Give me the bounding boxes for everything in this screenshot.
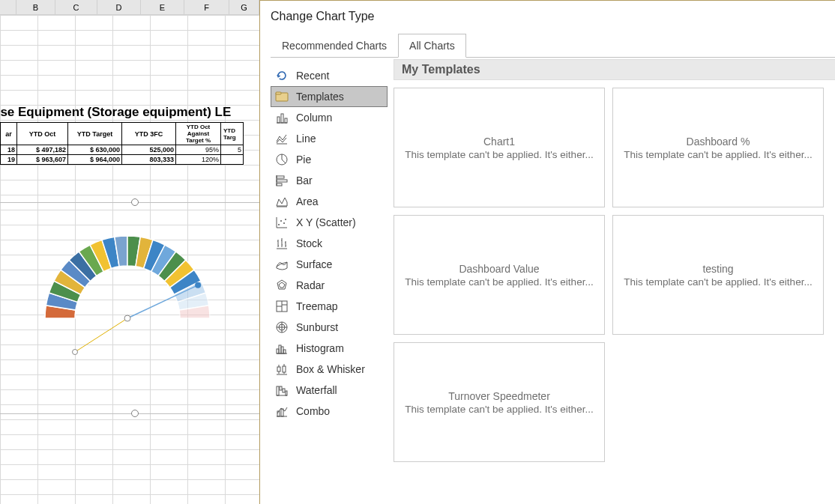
change-chart-type-dialog: Change Chart Type Recommended Charts All…: [259, 0, 835, 504]
chart-type-scatter[interactable]: X Y (Scatter): [271, 212, 388, 233]
chart-type-label: Column: [296, 112, 332, 124]
svg-rect-8: [281, 114, 283, 123]
templates-heading: My Templates: [394, 59, 835, 80]
col-header: G: [229, 0, 259, 15]
chart-type-label: Line: [296, 133, 316, 145]
chart-type-recent[interactable]: Recent: [271, 65, 388, 86]
chart-type-label: Box & Whisker: [296, 363, 365, 375]
chart-type-label: Histogram: [296, 342, 344, 354]
data-table: ar YTD Oct YTD Target YTD 3FC YTD Oct Ag…: [0, 122, 244, 165]
table-row: 19 $ 963,607 $ 964,000 803,333 120%: [1, 155, 244, 165]
template-message: This template can't be applied. It's eit…: [616, 276, 820, 288]
template-tile[interactable]: testingThis template can't be applied. I…: [612, 215, 824, 335]
tab-recommended-charts[interactable]: Recommended Charts: [271, 34, 398, 57]
chart-type-label: Stock: [296, 237, 322, 249]
chart-type-combo[interactable]: Combo: [271, 401, 388, 422]
template-tile[interactable]: Turnover SpeedmeterThis template can't b…: [394, 342, 605, 462]
svg-rect-27: [277, 367, 280, 371]
worksheet-title-fragment: use Equipment (Storage equipment) LE: [0, 105, 259, 123]
chart-type-line[interactable]: Line: [271, 128, 388, 149]
svg-rect-29: [277, 386, 279, 395]
chart-type-stock[interactable]: Stock: [271, 233, 388, 254]
template-name: Dashboard Value: [459, 263, 539, 275]
template-name: testing: [702, 263, 733, 275]
chart-type-label: Templates: [296, 91, 344, 103]
svg-point-1: [195, 282, 201, 288]
chart-type-label: Treemap: [296, 300, 338, 312]
dialog-tabs: Recommended Charts All Charts: [271, 34, 835, 58]
sunburst-icon: [275, 321, 289, 334]
svg-line-2: [75, 318, 127, 352]
template-tile[interactable]: Dashboard ValueThis template can't be ap…: [394, 215, 605, 335]
table-header: YTD Oct: [17, 123, 68, 145]
chart-type-label: Bar: [296, 174, 313, 186]
area-icon: [275, 195, 289, 208]
chart-type-radar[interactable]: Radar: [271, 275, 388, 296]
chart-type-treemap[interactable]: Treemap: [271, 296, 388, 317]
svg-rect-13: [277, 183, 282, 186]
selection-handle[interactable]: [131, 410, 139, 417]
stock-icon: [275, 237, 289, 250]
embedded-chart[interactable]: [0, 195, 259, 419]
chart-type-templates[interactable]: Templates: [271, 86, 388, 107]
svg-rect-7: [277, 117, 280, 123]
svg-point-4: [124, 315, 130, 321]
template-message: This template can't be applied. It's eit…: [397, 149, 601, 160]
boxwhisk-icon: [275, 362, 289, 376]
chart-type-pie[interactable]: Pie: [271, 149, 388, 170]
chart-type-label: Combo: [296, 405, 330, 417]
svg-point-14: [278, 224, 280, 225]
svg-point-16: [283, 222, 285, 224]
template-name: Turnover Speedmeter: [448, 390, 550, 402]
gauge-chart: [15, 210, 240, 359]
chart-type-list: RecentTemplatesColumnLinePieBarAreaX Y (…: [271, 59, 388, 504]
chart-type-sunburst[interactable]: Sunburst: [271, 317, 388, 338]
chart-type-waterfall[interactable]: Waterfall: [271, 380, 388, 401]
col-header: C: [55, 0, 97, 15]
table-header: YTD Targ: [221, 123, 244, 145]
template-tile[interactable]: Dashboard %This template can't be applie…: [612, 88, 824, 207]
template-message: This template can't be applied. It's eit…: [616, 149, 820, 160]
templates-icon: [275, 90, 289, 103]
chart-type-label: Sunburst: [296, 321, 338, 333]
chart-type-label: Recent: [296, 70, 329, 82]
radar-icon: [275, 279, 289, 292]
chart-type-bar[interactable]: Bar: [271, 170, 388, 191]
table-header: YTD Oct Against Target %: [176, 123, 221, 145]
spreadsheet-area: B C D E F G use Equipment (Storage equip…: [0, 0, 259, 504]
chart-type-column[interactable]: Column: [271, 107, 388, 128]
col-header: F: [184, 0, 229, 15]
template-tile[interactable]: Chart1This template can't be applied. It…: [394, 88, 605, 207]
chart-type-area[interactable]: Area: [271, 191, 388, 212]
col-header: B: [16, 0, 55, 15]
chart-type-boxwhisk[interactable]: Box & Whisker: [271, 359, 388, 380]
col-header: [0, 0, 16, 15]
svg-rect-6: [276, 92, 281, 94]
chart-type-surface[interactable]: Surface: [271, 254, 388, 275]
tab-all-charts[interactable]: All Charts: [398, 34, 466, 58]
dialog-title: Change Chart Type: [260, 1, 835, 23]
svg-rect-31: [283, 389, 285, 392]
svg-rect-12: [277, 180, 287, 182]
chart-type-label: Pie: [296, 154, 311, 166]
templates-pane: My Templates Chart1This template can't b…: [388, 59, 835, 504]
table-header: ar: [1, 123, 17, 145]
chart-type-label: Waterfall: [296, 384, 337, 396]
template-name: Chart1: [483, 136, 515, 148]
surface-icon: [275, 258, 289, 271]
column-icon: [275, 111, 289, 124]
line-icon: [275, 132, 289, 145]
table-header-row: ar YTD Oct YTD Target YTD 3FC YTD Oct Ag…: [1, 123, 244, 145]
col-header: E: [141, 0, 184, 15]
svg-rect-28: [283, 366, 286, 372]
combo-icon: [275, 404, 289, 418]
column-headers: B C D E F G: [0, 0, 259, 15]
chart-type-label: X Y (Scatter): [296, 216, 356, 228]
selection-handle[interactable]: [131, 198, 139, 206]
col-header: D: [97, 0, 141, 15]
chart-type-histogram[interactable]: Histogram: [271, 338, 388, 359]
scatter-icon: [275, 216, 289, 229]
svg-rect-11: [277, 176, 284, 178]
svg-rect-9: [285, 118, 287, 123]
template-message: This template can't be applied. It's eit…: [397, 276, 601, 288]
